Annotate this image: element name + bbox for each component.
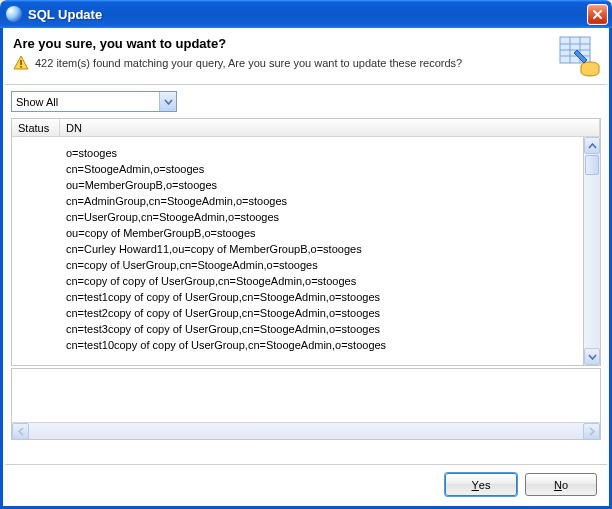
column-dn[interactable]: DN — [60, 119, 600, 136]
filter-row: Show All — [5, 91, 607, 118]
table-row[interactable]: ou=MemberGroupB,o=stooges — [12, 179, 600, 195]
cell-status — [12, 163, 60, 179]
cell-dn: cn=test1copy of copy of UserGroup,cn=Sto… — [60, 291, 600, 307]
table-row[interactable]: cn=copy of UserGroup,cn=StoogeAdmin,o=st… — [12, 259, 600, 275]
cell-status — [12, 323, 60, 339]
svg-rect-0 — [20, 60, 22, 65]
scroll-down-button[interactable] — [584, 348, 600, 365]
close-icon — [592, 9, 603, 20]
filter-combobox[interactable]: Show All — [11, 91, 177, 112]
table-row[interactable]: cn=test3copy of copy of UserGroup,cn=Sto… — [12, 323, 600, 339]
cell-status — [12, 339, 60, 355]
update-table-icon — [557, 34, 601, 78]
title-bar: SQL Update — [0, 0, 612, 28]
svg-rect-1 — [20, 66, 22, 68]
dialog-message: 422 item(s) found matching your query, A… — [35, 57, 462, 69]
app-icon — [6, 6, 22, 22]
table-row[interactable]: cn=StoogeAdmin,o=stooges — [12, 163, 600, 179]
table-header: Status DN — [12, 119, 600, 137]
cell-dn: o=stooges — [60, 147, 600, 163]
window-title: SQL Update — [28, 7, 587, 22]
cell-status — [12, 275, 60, 291]
table-body: o=stoogescn=StoogeAdmin,o=stoogesou=Memb… — [12, 137, 600, 365]
cell-dn: cn=copy of copy of UserGroup,cn=StoogeAd… — [60, 275, 600, 291]
table-row[interactable]: cn=UserGroup,cn=StoogeAdmin,o=stooges — [12, 211, 600, 227]
results-table: Status DN o=stoogescn=StoogeAdmin,o=stoo… — [11, 118, 601, 366]
cell-dn: cn=StoogeAdmin,o=stooges — [60, 163, 600, 179]
cell-status — [12, 259, 60, 275]
vertical-scrollbar[interactable] — [583, 137, 600, 365]
table-row[interactable]: cn=copy of copy of UserGroup,cn=StoogeAd… — [12, 275, 600, 291]
scroll-right-button[interactable] — [583, 423, 600, 440]
cell-dn: cn=Curley Howard11,ou=copy of MemberGrou… — [60, 243, 600, 259]
button-bar: Yes No — [5, 464, 607, 504]
close-button[interactable] — [587, 4, 608, 25]
chevron-down-icon — [159, 92, 176, 111]
filter-selected: Show All — [16, 96, 58, 108]
horizontal-scrollbar[interactable] — [12, 422, 600, 439]
divider — [5, 84, 607, 85]
cell-status — [12, 211, 60, 227]
cell-status — [12, 307, 60, 323]
output-textarea[interactable] — [12, 369, 600, 422]
cell-status — [12, 179, 60, 195]
dialog-heading: Are you sure, you want to update? — [13, 36, 599, 51]
table-row[interactable]: cn=test1copy of copy of UserGroup,cn=Sto… — [12, 291, 600, 307]
cell-status — [12, 291, 60, 307]
cell-dn: cn=test10copy of copy of UserGroup,cn=St… — [60, 339, 600, 355]
cell-dn: cn=copy of UserGroup,cn=StoogeAdmin,o=st… — [60, 259, 600, 275]
cell-dn: cn=test3copy of copy of UserGroup,cn=Sto… — [60, 323, 600, 339]
no-button[interactable]: No — [525, 473, 597, 496]
scroll-left-button[interactable] — [12, 423, 29, 440]
cell-dn: ou=MemberGroupB,o=stooges — [60, 179, 600, 195]
table-row[interactable]: cn=test10copy of copy of UserGroup,cn=St… — [12, 339, 600, 355]
output-panel — [11, 368, 601, 440]
cell-status — [12, 147, 60, 163]
cell-dn: ou=copy of MemberGroupB,o=stooges — [60, 227, 600, 243]
cell-dn: cn=UserGroup,cn=StoogeAdmin,o=stooges — [60, 211, 600, 227]
dialog-header: Are you sure, you want to update? 422 it… — [5, 30, 607, 82]
scroll-up-button[interactable] — [584, 137, 600, 154]
cell-status — [12, 227, 60, 243]
window-frame: Are you sure, you want to update? 422 it… — [0, 28, 612, 509]
yes-button[interactable]: Yes — [445, 473, 517, 496]
table-row[interactable]: cn=test2copy of copy of UserGroup,cn=Sto… — [12, 307, 600, 323]
scroll-thumb[interactable] — [585, 155, 599, 175]
table-row[interactable]: cn=AdminGroup,cn=StoogeAdmin,o=stooges — [12, 195, 600, 211]
column-status[interactable]: Status — [12, 119, 60, 136]
cell-dn: cn=test2copy of copy of UserGroup,cn=Sto… — [60, 307, 600, 323]
cell-dn: cn=AdminGroup,cn=StoogeAdmin,o=stooges — [60, 195, 600, 211]
table-row[interactable]: o=stooges — [12, 147, 600, 163]
cell-status — [12, 195, 60, 211]
warning-icon — [13, 55, 29, 71]
table-row[interactable]: ou=copy of MemberGroupB,o=stooges — [12, 227, 600, 243]
table-row[interactable]: cn=Curley Howard11,ou=copy of MemberGrou… — [12, 243, 600, 259]
cell-status — [12, 243, 60, 259]
